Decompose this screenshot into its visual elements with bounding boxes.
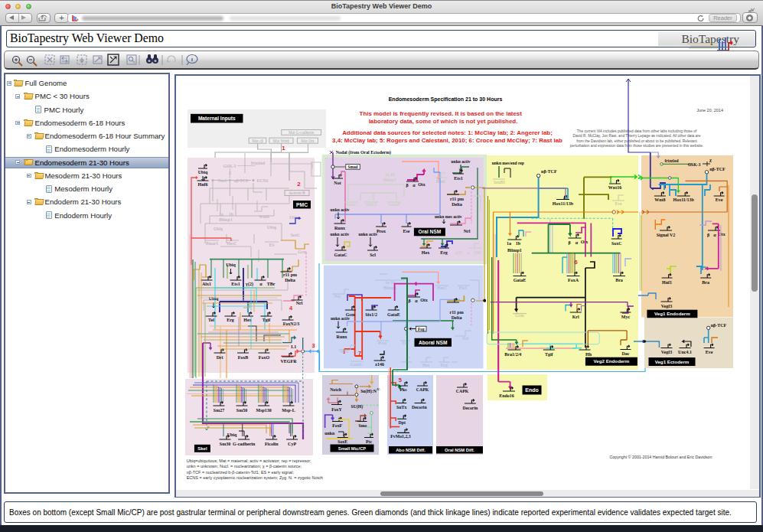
svg-text:Erg: Erg (441, 363, 448, 367)
svg-text:Hex: Hex (422, 250, 429, 255)
svg-text:unkn activ: unkn activ (331, 207, 350, 212)
svg-text:unkn mes/end rep: unkn mes/end rep (492, 161, 524, 165)
svg-text:γ(2): γ(2) (454, 250, 461, 256)
svg-text:Endo: Endo (525, 387, 539, 393)
svg-text:Otx: Otx (420, 298, 428, 302)
svg-text:Wnt16: Wnt16 (608, 185, 621, 190)
svg-text:Not: Not (334, 181, 341, 185)
svg-text:Decorin: Decorin (412, 405, 427, 410)
svg-text:FvMo1,2,3: FvMo1,2,3 (390, 434, 411, 439)
svg-text:David R. McClay, Jon Rast, and: David R. McClay, Jon Rast, and Thierry L… (572, 134, 700, 138)
svg-text:GataC: GataC (334, 253, 347, 257)
svg-text:Sm27: Sm27 (214, 408, 224, 413)
svg-text:1a 1b: 1a 1b (385, 280, 395, 285)
svg-text:Six1/2: Six1/2 (366, 202, 377, 207)
svg-text:Copyright © 2001-2014 Hamid Bo: Copyright © 2001-2014 Hamid Bolouri and … (609, 455, 712, 459)
svg-text:7: 7 (358, 350, 361, 357)
svg-text:β: β (707, 233, 709, 237)
svg-text:unkn: unkn (324, 431, 335, 436)
svg-text:ES: ES (269, 243, 275, 247)
svg-text:Ubiq=ubiquitous; Mat = materna: Ubiq=ubiquitous; Mat = maternal; activ =… (187, 459, 311, 463)
svg-text:Signal V2: Signal V2 (657, 233, 676, 237)
svg-text:GataC: GataC (351, 362, 363, 367)
svg-text:Dri: Dri (217, 355, 223, 360)
svg-text:SoxE: SoxE (337, 439, 347, 444)
svg-text:FoxY: FoxY (331, 407, 342, 412)
svg-text:β: β (406, 183, 408, 188)
svg-text:Prox: Prox (378, 341, 387, 345)
svg-text:FoxO: FoxO (259, 355, 270, 360)
svg-text:Delta: Delta (285, 278, 295, 282)
svg-text:TBr: TBr (474, 250, 481, 255)
svg-text:HesC: HesC (436, 179, 446, 184)
svg-text:laboratory data, some of which: laboratory data, some of which is not ye… (369, 118, 518, 125)
svg-text:Abo NSM Diff.: Abo NSM Diff. (396, 448, 426, 452)
svg-text:5: 5 (399, 377, 402, 383)
svg-text:The current ViA includes publi: The current ViA includes published data … (577, 129, 697, 133)
svg-text:r11 pm: r11 pm (450, 310, 464, 315)
svg-text:perturbation and expression da: perturbation and expression data from th… (570, 144, 703, 148)
svg-text:unkn activ: unkn activ (330, 232, 349, 237)
svg-text:Runx: Runx (334, 226, 345, 230)
svg-text:CyP: CyP (288, 442, 296, 446)
svg-text:CAPK: CAPK (456, 389, 469, 393)
svg-text:Bra1/2/4: Bra1/2/4 (504, 352, 521, 357)
svg-text:Ese: Ese (403, 229, 410, 233)
svg-text:Gcm: Gcm (347, 202, 356, 207)
svg-text:Delta: Delta (452, 202, 462, 207)
svg-text:Blimp1: Blimp1 (383, 178, 396, 182)
svg-text:Vegf3: Vegf3 (661, 304, 672, 308)
svg-text:Otx: Otx (418, 182, 426, 187)
svg-text:Nrl: Nrl (296, 301, 303, 305)
svg-text:Krl: Krl (572, 315, 579, 319)
svg-text:Erg: Erg (440, 250, 448, 255)
svg-text:Ubiq: Ubiq (227, 432, 237, 437)
svg-text:This model is frequently revis: This model is frequently revised. It is … (360, 110, 523, 117)
svg-text:frizzled: frizzled (664, 158, 679, 163)
svg-text:χ: χ (709, 158, 712, 162)
svg-text:Prox: Prox (377, 229, 386, 233)
svg-text:VEGFR: VEGFR (281, 359, 298, 364)
svg-text:Msp-L: Msp-L (282, 408, 295, 413)
svg-text:r11 pm: r11 pm (283, 273, 297, 277)
svg-text:Aboral NSM: Aboral NSM (419, 340, 448, 345)
svg-text:Ubiq: Ubiq (289, 215, 299, 220)
svg-text:Pks: Pks (399, 387, 407, 392)
svg-text:Ubiq: Ubiq (226, 263, 236, 267)
svg-text:Blimp1: Blimp1 (507, 248, 522, 253)
svg-text:Tgif: Tgif (262, 318, 272, 322)
svg-text:Ets1: Ets1 (454, 176, 462, 181)
svg-text:Wnt8: Wnt8 (259, 214, 269, 219)
svg-text:Scl: Scl (370, 253, 376, 257)
svg-text:Bra: Bra (615, 278, 623, 282)
svg-text:SoxB1: SoxB1 (494, 180, 505, 184)
svg-text:Mat cβ: Mat cβ (252, 139, 263, 143)
svg-text:unkn activ: unkn activ (358, 232, 377, 237)
svg-text:Hox11/13b: Hox11/13b (673, 197, 695, 202)
svg-text:2: 2 (297, 181, 301, 188)
svg-text:nβ-TCF: nβ-TCF (709, 167, 726, 171)
svg-text:FoxA: FoxA (568, 278, 579, 282)
svg-text:nβ-TCF = nuclearized b-β-caten: nβ-TCF = nuclearized b-β-catenin-Tcf1; E… (187, 470, 295, 475)
svg-text:June 20, 2014: June 20, 2014 (696, 108, 723, 113)
svg-text:Ubiq: Ubiq (198, 170, 208, 175)
svg-text:Su(H):N: Su(H):N (360, 389, 377, 394)
svg-text:GataE: GataE (388, 202, 400, 207)
svg-text:GataE: GataE (514, 278, 527, 282)
svg-text:SU(H): SU(H) (351, 404, 364, 410)
svg-text:β: β (568, 240, 570, 245)
svg-text:1b: 1b (229, 212, 233, 217)
svg-text:1b: 1b (516, 241, 521, 246)
svg-text:GSK-3: GSK-3 (223, 164, 236, 168)
svg-text:Unc4.1: Unc4.1 (678, 350, 692, 354)
svg-text:Decorin: Decorin (463, 406, 478, 410)
svg-text:SoxC: SoxC (291, 233, 301, 237)
svg-text:Ubiq: Ubiq (209, 296, 219, 301)
svg-text:Oral NSM Diff.: Oral NSM Diff. (445, 448, 474, 452)
svg-text:FoxN2/3: FoxN2/3 (283, 321, 300, 326)
svg-text:unkn activ: unkn activ (452, 159, 471, 164)
svg-text:Dac: Dac (621, 351, 629, 356)
svg-text:Tgif: Tgif (545, 352, 554, 357)
svg-text:Sm30: Sm30 (220, 442, 230, 446)
svg-text:Hox11/13b: Hox11/13b (553, 201, 574, 206)
